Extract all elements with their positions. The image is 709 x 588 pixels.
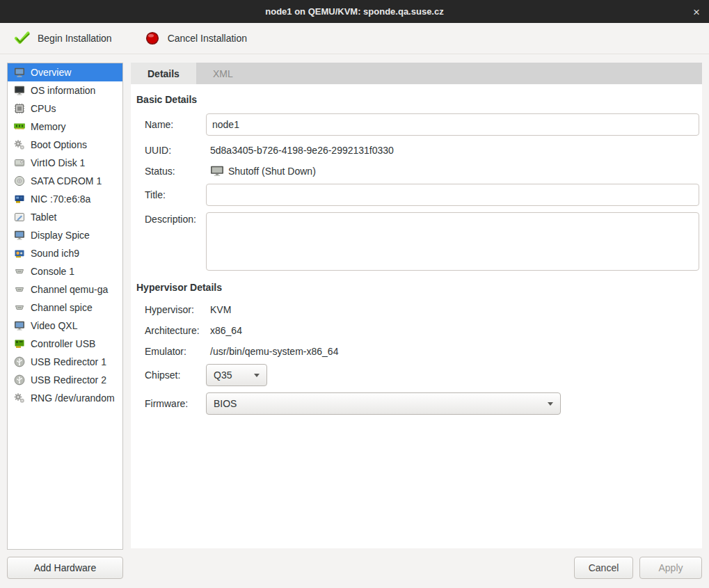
uuid-label: UUID: [145,145,206,156]
sidebar-item-virtio-disk-1[interactable]: VirtIO Disk 1 [8,154,122,172]
status-row: Status: Shutoff (Shut Down) [145,163,699,180]
titlebar: node1 on QEMU/KVM: sponde.qa.suse.cz × [0,0,709,23]
sidebar-item-label: Controller USB [31,338,95,349]
emulator-row: Emulator: /usr/bin/qemu-system-x86_64 [145,343,699,360]
hardware-list: OverviewOS informationCPUsMemoryBoot Opt… [7,63,123,550]
name-input[interactable] [206,113,699,136]
channel-icon [14,284,25,295]
console-icon [14,266,25,277]
chipset-value: Q35 [214,370,232,381]
sidebar-item-label: Channel spice [31,302,93,313]
chevron-down-icon [548,402,553,406]
tab-details[interactable]: Details [131,63,196,84]
monitor-icon [210,166,224,177]
cdrom-icon [14,175,25,186]
title-input[interactable] [206,184,699,206]
sidebar-item-label: Display Spice [31,230,90,241]
name-row: Name: [145,113,699,136]
close-icon[interactable]: × [693,6,700,17]
title-row: Title: [145,184,699,206]
description-row: Description: [145,212,699,271]
sidebar-item-boot-options[interactable]: Boot Options [8,136,122,154]
basic-details-heading: Basic Details [136,94,699,105]
sidebar-item-memory[interactable]: Memory [8,118,122,136]
sidebar-item-label: OS information [31,85,95,96]
sidebar-item-rng-dev-urandom[interactable]: RNG /dev/urandom [8,389,122,407]
green-check-icon [14,31,31,46]
usb-icon [14,374,25,386]
sidebar-item-label: Console 1 [31,266,74,277]
nic-icon [14,193,25,205]
begin-installation-button[interactable]: Begin Installation [7,26,119,50]
sidebar-item-label: Video QXL [31,320,77,331]
hypervisor-label: Hypervisor: [145,304,206,315]
sidebar-item-usb-redirector-2[interactable]: USB Redirector 2 [8,371,122,389]
emulator-value: /usr/bin/qemu-system-x86_64 [206,346,699,357]
sidebar-item-console-1[interactable]: Console 1 [8,262,122,280]
main-panel: DetailsXML Basic Details Name: UUID: 5d8… [131,63,702,579]
sidebar-item-overview[interactable]: Overview [8,63,122,81]
sidebar-item-controller-usb[interactable]: Controller USB [8,335,122,353]
sidebar-item-label: RNG /dev/urandom [31,392,115,404]
chipset-row: Chipset: Q35 [145,364,699,386]
sidebar-item-label: Tablet [31,212,56,223]
sidebar-item-label: Overview [31,67,71,78]
red-stop-icon [144,31,161,46]
overview-monitor-icon [14,67,25,78]
virt-manager-window: node1 on QEMU/KVM: sponde.qa.suse.cz × B… [0,0,709,588]
sidebar-item-channel-qemu-ga[interactable]: Channel qemu-ga [8,280,122,299]
chipset-dropdown[interactable]: Q35 [206,364,267,386]
sidebar-item-label: SATA CDROM 1 [31,175,102,186]
add-hardware-button[interactable]: Add Hardware [7,557,123,579]
cancel-button[interactable]: Cancel [574,557,633,579]
hypervisor-row: Hypervisor: KVM [145,301,699,318]
rng-icon [14,392,25,404]
sidebar-item-os-information[interactable]: OS information [8,81,122,100]
display-icon [14,230,25,241]
usb-icon [14,356,25,367]
tab-strip: DetailsXML [131,63,702,84]
boot-options-icon [14,139,25,150]
firmware-dropdown[interactable]: BIOS [206,392,561,415]
memory-icon [14,121,25,132]
sidebar-item-label: Boot Options [31,139,87,150]
name-label: Name: [145,119,206,130]
details-panel: Basic Details Name: UUID: 5d8a3405-b726-… [131,84,702,548]
sidebar-item-label: Sound ich9 [31,248,79,259]
video-icon [14,320,25,331]
apply-button[interactable]: Apply [639,557,702,579]
sidebar-item-label: Channel qemu-ga [31,284,108,295]
sidebar-item-label: USB Redirector 2 [31,374,106,386]
tab-xml[interactable]: XML [196,63,250,84]
sidebar-item-sound-ich9[interactable]: Sound ich9 [8,244,122,262]
uuid-value: 5d8a3405-b726-4198-9e26-2992131f0330 [206,145,699,156]
emulator-label: Emulator: [145,346,206,357]
description-label: Description: [145,212,206,225]
sidebar-item-nic-70-e6-8a[interactable]: NIC :70:e6:8a [8,190,122,208]
sidebar-item-tablet[interactable]: Tablet [8,208,122,226]
status-label: Status: [145,166,206,177]
sidebar-item-cpus[interactable]: CPUs [8,100,122,118]
toolbar: Begin Installation Cancel Installation [0,23,709,54]
cancel-installation-button[interactable]: Cancel Installation [137,26,254,50]
hypervisor-details-heading: Hypervisor Details [136,282,699,293]
disk-icon [14,157,25,168]
sidebar-item-sata-cdrom-1[interactable]: SATA CDROM 1 [8,172,122,190]
uuid-row: UUID: 5d8a3405-b726-4198-9e26-2992131f03… [145,142,699,159]
channel-icon [14,302,25,313]
sidebar-item-display-spice[interactable]: Display Spice [8,226,122,244]
sidebar-item-video-qxl[interactable]: Video QXL [8,317,122,335]
chipset-label: Chipset: [145,370,206,381]
sidebar-item-channel-spice[interactable]: Channel spice [8,299,122,317]
description-input[interactable] [206,212,699,271]
sidebar-item-usb-redirector-1[interactable]: USB Redirector 1 [8,353,122,371]
firmware-value: BIOS [214,398,237,409]
sidebar-item-label: Memory [31,121,66,132]
status-value: Shutoff (Shut Down) [228,166,316,177]
sidebar-item-label: NIC :70:e6:8a [31,193,90,205]
architecture-value: x86_64 [206,325,699,336]
window-body: OverviewOS informationCPUsMemoryBoot Opt… [0,54,709,588]
firmware-label: Firmware: [145,398,206,409]
sound-icon [14,248,25,259]
hypervisor-value: KVM [206,304,699,315]
